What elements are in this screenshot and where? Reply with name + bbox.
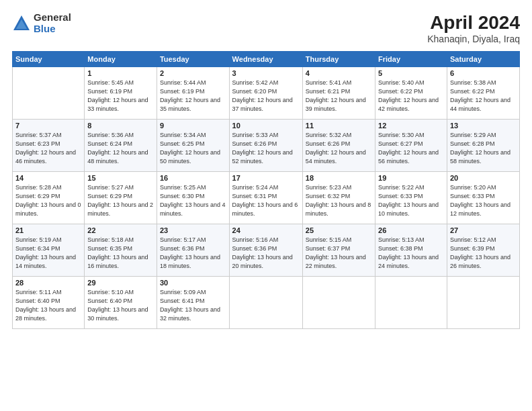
table-row: 10 Sunrise: 5:33 AMSunset: 6:26 PMDaylig… — [229, 120, 302, 172]
day-info: Sunrise: 5:19 AMSunset: 6:34 PMDaylight:… — [15, 236, 76, 269]
col-thursday: Thursday — [302, 52, 375, 67]
table-row: 14 Sunrise: 5:28 AMSunset: 6:29 PMDaylig… — [13, 172, 85, 224]
day-number: 4 — [306, 69, 372, 77]
calendar-week-row: 14 Sunrise: 5:28 AMSunset: 6:29 PMDaylig… — [13, 172, 520, 224]
col-wednesday: Wednesday — [229, 52, 302, 67]
table-row: 9 Sunrise: 5:34 AMSunset: 6:25 PMDayligh… — [157, 120, 229, 172]
day-info: Sunrise: 5:13 AMSunset: 6:38 PMDaylight:… — [378, 236, 439, 269]
table-row: 2 Sunrise: 5:44 AMSunset: 6:19 PMDayligh… — [157, 67, 229, 120]
day-info: Sunrise: 5:15 AMSunset: 6:37 PMDaylight:… — [306, 236, 366, 269]
logo-icon — [12, 14, 31, 33]
day-info: Sunrise: 5:12 AMSunset: 6:39 PMDaylight:… — [450, 236, 511, 269]
month-title: April 2024 — [427, 12, 520, 34]
table-row: 1 Sunrise: 5:45 AMSunset: 6:19 PMDayligh… — [85, 67, 157, 120]
calendar-week-row: 21 Sunrise: 5:19 AMSunset: 6:34 PMDaylig… — [13, 224, 520, 277]
table-row: 23 Sunrise: 5:17 AMSunset: 6:36 PMDaylig… — [157, 224, 229, 277]
table-row: 29 Sunrise: 5:10 AMSunset: 6:40 PMDaylig… — [85, 277, 157, 329]
day-number: 18 — [306, 174, 372, 182]
day-info: Sunrise: 5:34 AMSunset: 6:25 PMDaylight:… — [160, 132, 220, 165]
day-info: Sunrise: 5:45 AMSunset: 6:19 PMDaylight:… — [87, 79, 148, 112]
day-number: 9 — [160, 122, 226, 130]
table-row: 17 Sunrise: 5:24 AMSunset: 6:31 PMDaylig… — [229, 172, 302, 224]
day-number: 23 — [160, 226, 226, 234]
day-info: Sunrise: 5:28 AMSunset: 6:29 PMDaylight:… — [15, 184, 81, 217]
table-row — [375, 277, 447, 329]
table-row: 19 Sunrise: 5:22 AMSunset: 6:33 PMDaylig… — [375, 172, 447, 224]
day-number: 28 — [15, 279, 81, 287]
day-info: Sunrise: 5:09 AMSunset: 6:41 PMDaylight:… — [160, 289, 220, 322]
day-info: Sunrise: 5:10 AMSunset: 6:40 PMDaylight:… — [87, 289, 148, 322]
day-number: 20 — [450, 174, 517, 182]
day-number: 15 — [87, 174, 154, 182]
col-friday: Friday — [375, 52, 447, 67]
day-info: Sunrise: 5:30 AMSunset: 6:27 PMDaylight:… — [378, 132, 439, 165]
day-number: 12 — [378, 122, 444, 130]
table-row — [447, 277, 519, 329]
day-info: Sunrise: 5:18 AMSunset: 6:35 PMDaylight:… — [87, 236, 148, 269]
day-info: Sunrise: 5:17 AMSunset: 6:36 PMDaylight:… — [160, 236, 220, 269]
calendar-week-row: 28 Sunrise: 5:11 AMSunset: 6:40 PMDaylig… — [13, 277, 520, 329]
day-number: 11 — [306, 122, 372, 130]
day-number: 26 — [378, 226, 444, 234]
day-number: 22 — [87, 226, 154, 234]
day-info: Sunrise: 5:23 AMSunset: 6:32 PMDaylight:… — [306, 184, 371, 217]
calendar-header-row: Sunday Monday Tuesday Wednesday Thursday… — [13, 52, 520, 67]
table-row: 6 Sunrise: 5:38 AMSunset: 6:22 PMDayligh… — [447, 67, 519, 120]
day-info: Sunrise: 5:24 AMSunset: 6:31 PMDaylight:… — [232, 184, 298, 217]
day-number: 2 — [160, 69, 226, 77]
day-number: 3 — [232, 69, 300, 77]
table-row: 7 Sunrise: 5:37 AMSunset: 6:23 PMDayligh… — [13, 120, 85, 172]
logo-general: General — [34, 12, 71, 24]
day-info: Sunrise: 5:36 AMSunset: 6:24 PMDaylight:… — [87, 132, 148, 165]
day-info: Sunrise: 5:38 AMSunset: 6:22 PMDaylight:… — [450, 79, 511, 112]
day-info: Sunrise: 5:42 AMSunset: 6:20 PMDaylight:… — [232, 79, 293, 112]
col-sunday: Sunday — [13, 52, 85, 67]
day-number: 5 — [378, 69, 444, 77]
logo-blue: Blue — [34, 24, 71, 35]
calendar-week-row: 7 Sunrise: 5:37 AMSunset: 6:23 PMDayligh… — [13, 120, 520, 172]
day-number: 27 — [450, 226, 517, 234]
calendar-week-row: 1 Sunrise: 5:45 AMSunset: 6:19 PMDayligh… — [13, 67, 520, 120]
logo-text: General Blue — [34, 12, 71, 34]
title-block: April 2024 Khanaqin, Diyala, Iraq — [427, 12, 520, 44]
day-info: Sunrise: 5:22 AMSunset: 6:33 PMDaylight:… — [378, 184, 439, 217]
location-title: Khanaqin, Diyala, Iraq — [427, 34, 520, 44]
table-row: 25 Sunrise: 5:15 AMSunset: 6:37 PMDaylig… — [302, 224, 375, 277]
table-row: 20 Sunrise: 5:20 AMSunset: 6:33 PMDaylig… — [447, 172, 519, 224]
day-info: Sunrise: 5:29 AMSunset: 6:28 PMDaylight:… — [450, 132, 511, 165]
day-number: 29 — [87, 279, 154, 287]
table-row: 13 Sunrise: 5:29 AMSunset: 6:28 PMDaylig… — [447, 120, 519, 172]
header: General Blue April 2024 Khanaqin, Diyala… — [12, 12, 520, 44]
day-number: 30 — [160, 279, 226, 287]
day-number: 10 — [232, 122, 300, 130]
table-row: 12 Sunrise: 5:30 AMSunset: 6:27 PMDaylig… — [375, 120, 447, 172]
day-info: Sunrise: 5:20 AMSunset: 6:33 PMDaylight:… — [450, 184, 511, 217]
page: General Blue April 2024 Khanaqin, Diyala… — [0, 0, 532, 411]
col-tuesday: Tuesday — [157, 52, 229, 67]
table-row: 5 Sunrise: 5:40 AMSunset: 6:22 PMDayligh… — [375, 67, 447, 120]
day-number: 7 — [15, 122, 81, 130]
table-row — [229, 277, 302, 329]
day-number: 17 — [232, 174, 300, 182]
table-row: 30 Sunrise: 5:09 AMSunset: 6:41 PMDaylig… — [157, 277, 229, 329]
day-number: 16 — [160, 174, 226, 182]
day-number: 24 — [232, 226, 300, 234]
table-row: 28 Sunrise: 5:11 AMSunset: 6:40 PMDaylig… — [13, 277, 85, 329]
day-info: Sunrise: 5:27 AMSunset: 6:29 PMDaylight:… — [87, 184, 153, 217]
day-number: 25 — [306, 226, 372, 234]
col-saturday: Saturday — [447, 52, 519, 67]
day-info: Sunrise: 5:41 AMSunset: 6:21 PMDaylight:… — [306, 79, 366, 112]
table-row: 21 Sunrise: 5:19 AMSunset: 6:34 PMDaylig… — [13, 224, 85, 277]
day-number: 14 — [15, 174, 81, 182]
day-number: 1 — [87, 69, 154, 77]
table-row: 15 Sunrise: 5:27 AMSunset: 6:29 PMDaylig… — [85, 172, 157, 224]
day-info: Sunrise: 5:32 AMSunset: 6:26 PMDaylight:… — [306, 132, 366, 165]
day-info: Sunrise: 5:11 AMSunset: 6:40 PMDaylight:… — [15, 289, 76, 322]
table-row — [13, 67, 85, 120]
day-info: Sunrise: 5:33 AMSunset: 6:26 PMDaylight:… — [232, 132, 293, 165]
table-row: 11 Sunrise: 5:32 AMSunset: 6:26 PMDaylig… — [302, 120, 375, 172]
table-row: 22 Sunrise: 5:18 AMSunset: 6:35 PMDaylig… — [85, 224, 157, 277]
day-info: Sunrise: 5:16 AMSunset: 6:36 PMDaylight:… — [232, 236, 293, 269]
day-number: 8 — [87, 122, 154, 130]
logo: General Blue — [12, 12, 71, 34]
